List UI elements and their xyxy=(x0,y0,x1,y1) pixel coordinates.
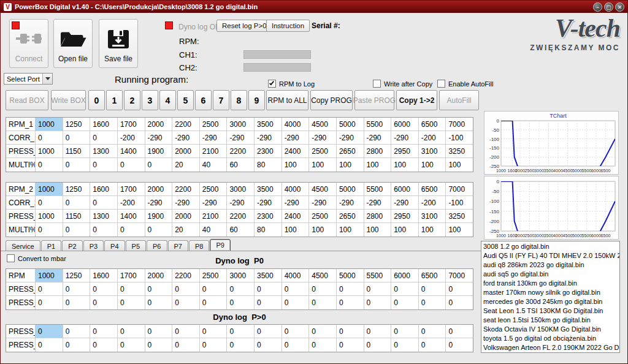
tab-p5[interactable]: P5 xyxy=(126,240,146,251)
table-cell[interactable]: -100 xyxy=(446,196,473,210)
tab-p2[interactable]: P2 xyxy=(62,240,82,251)
maximize-icon[interactable]: ▢ xyxy=(604,2,613,12)
table-cell[interactable]: 5000 xyxy=(337,183,364,196)
table-cell[interactable]: 2950 xyxy=(391,210,419,223)
table-cell[interactable]: 0 xyxy=(118,282,145,296)
table-cell[interactable]: -200 xyxy=(118,131,145,145)
table-cell[interactable]: 0 xyxy=(63,223,91,237)
table-cell[interactable]: 1600 xyxy=(90,183,118,196)
table-cell[interactable]: 1700 xyxy=(118,269,145,282)
table-cell[interactable]: 0 xyxy=(172,282,200,296)
table-cell[interactable]: 0 xyxy=(364,338,392,352)
table-cell[interactable]: 4500 xyxy=(309,183,337,196)
table-cell[interactable]: 0 xyxy=(36,282,63,296)
table-cell[interactable]: 2200 xyxy=(172,183,200,196)
open-file-button[interactable]: Open file xyxy=(53,19,93,68)
file-list-item[interactable]: Skoda Octavia IV 150KM Go Digital.bin xyxy=(481,325,619,334)
table-cell[interactable]: 3000 xyxy=(227,183,255,196)
table-cell[interactable]: 0 xyxy=(337,338,364,352)
table-cell[interactable]: 5500 xyxy=(364,269,392,282)
table-cell[interactable]: -290 xyxy=(255,131,282,145)
table-cell[interactable]: 2500 xyxy=(200,269,228,282)
table-cell[interactable]: 100 xyxy=(446,223,473,237)
table-cell[interactable]: 1700 xyxy=(118,183,145,196)
tab-service[interactable]: Service xyxy=(6,240,40,251)
table-cell[interactable]: 0 xyxy=(391,325,419,338)
digit-button-9[interactable]: 9 xyxy=(248,90,265,110)
read-box-button[interactable]: Read BOX xyxy=(6,90,48,110)
table-cell[interactable]: 60 xyxy=(227,223,255,237)
table-cell[interactable]: 0 xyxy=(337,296,364,309)
table-cell[interactable]: 100 xyxy=(391,223,419,237)
table-cell[interactable]: 0 xyxy=(309,282,337,296)
table-cell[interactable]: 2500 xyxy=(309,210,337,223)
table-cell[interactable]: -200 xyxy=(419,131,446,145)
table-cell[interactable]: 3000 xyxy=(227,118,255,131)
table-cell[interactable]: 0 xyxy=(446,325,473,338)
table-cell[interactable]: 1150 xyxy=(63,145,91,158)
table-cell[interactable]: 2200 xyxy=(172,118,200,131)
table-cell[interactable]: 2000 xyxy=(145,183,173,196)
table-cell[interactable]: 100 xyxy=(309,223,337,237)
table-cell[interactable]: 0 xyxy=(118,338,145,352)
table-cell[interactable]: 0 xyxy=(118,223,145,237)
table-cell[interactable]: 2650 xyxy=(337,210,364,223)
paste-prog-button[interactable]: Paste PROG xyxy=(354,90,394,110)
table-cell[interactable]: 0 xyxy=(90,296,118,309)
table-cell[interactable]: -290 xyxy=(145,196,173,210)
table-cell[interactable]: 1000 xyxy=(36,210,63,223)
table-cell[interactable]: 0 xyxy=(227,338,255,352)
table-cell[interactable]: 0 xyxy=(282,325,310,338)
file-list-item[interactable]: Seat Leon 1.5 TSI 130KM Go Digital.bin xyxy=(481,306,619,316)
table-cell[interactable]: -290 xyxy=(200,131,228,145)
table-cell[interactable]: 0 xyxy=(337,282,364,296)
table-cell[interactable]: 0 xyxy=(200,282,228,296)
tab-p3[interactable]: P3 xyxy=(83,240,104,251)
table-cell[interactable]: 6500 xyxy=(419,269,446,282)
table-cell[interactable]: 0 xyxy=(255,282,282,296)
table-cell[interactable]: 0 xyxy=(364,325,392,338)
table-cell[interactable]: -290 xyxy=(364,196,392,210)
table-cell[interactable]: 20 xyxy=(172,158,200,172)
table-cell[interactable]: 2500 xyxy=(200,183,228,196)
file-list-item[interactable]: audi q8 286km 2023 go digital.bin xyxy=(481,260,619,270)
table-cell[interactable]: 6000 xyxy=(391,183,419,196)
table-cell[interactable]: -290 xyxy=(337,131,364,145)
connect-button[interactable]: Connect xyxy=(9,19,48,68)
digit-button-5[interactable]: 5 xyxy=(177,90,194,110)
table-cell[interactable]: 100 xyxy=(364,223,392,237)
table-cell[interactable]: 0 xyxy=(282,282,310,296)
table-cell[interactable]: 1000 xyxy=(36,118,63,131)
table-cell[interactable]: 100 xyxy=(419,158,446,172)
table-cell[interactable]: 6000 xyxy=(391,269,419,282)
table-cell[interactable]: 0 xyxy=(364,282,392,296)
table-cell[interactable]: 1250 xyxy=(63,118,91,131)
table-cell[interactable]: 5000 xyxy=(337,269,364,282)
table-cell[interactable]: 0 xyxy=(446,338,473,352)
instruction-button[interactable]: Instruction xyxy=(266,20,310,32)
table-cell[interactable]: 40 xyxy=(200,223,228,237)
table-cell[interactable]: -290 xyxy=(227,131,255,145)
table-cell[interactable]: 0 xyxy=(63,325,91,338)
table-cell[interactable]: -290 xyxy=(309,131,337,145)
table-cell[interactable]: 0 xyxy=(391,282,419,296)
table-cell[interactable]: 2400 xyxy=(282,145,310,158)
table-cell[interactable]: 2650 xyxy=(337,145,364,158)
digit-button-4[interactable]: 4 xyxy=(159,90,176,110)
table-cell[interactable]: 2300 xyxy=(255,145,282,158)
rpm-to-all-button[interactable]: RPM to ALL xyxy=(266,90,308,110)
table-cell[interactable]: 2500 xyxy=(200,118,228,131)
table-cell[interactable]: 0 xyxy=(337,325,364,338)
table-cell[interactable]: 0 xyxy=(118,158,145,172)
table-cell[interactable]: 0 xyxy=(172,338,200,352)
table-cell[interactable]: 0 xyxy=(391,296,419,309)
table-cell[interactable]: 3100 xyxy=(419,210,446,223)
table-cell[interactable]: 7000 xyxy=(446,183,473,196)
digit-button-0[interactable]: 0 xyxy=(88,90,105,110)
table-cell[interactable]: 0 xyxy=(419,338,446,352)
file-list-item[interactable]: ford transit 130km go digital.bin xyxy=(481,279,619,288)
table-cell[interactable]: 0 xyxy=(36,158,63,172)
table-cell[interactable]: 0 xyxy=(145,282,173,296)
table-cell[interactable]: 2200 xyxy=(227,145,255,158)
table-cell[interactable]: 0 xyxy=(36,131,63,145)
